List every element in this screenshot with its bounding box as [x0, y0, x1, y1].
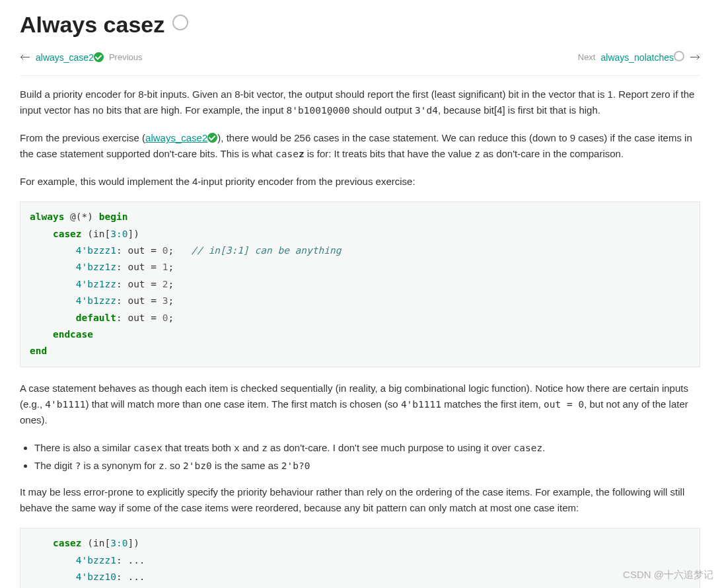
prev-link[interactable]: always_case2 — [36, 50, 104, 65]
nav-prev-group: 🡐 always_case2 Previous — [20, 49, 143, 66]
page-title: Always casez — [20, 7, 700, 42]
code-inline: casez — [275, 149, 305, 159]
code-inline: 2'b?0 — [281, 460, 310, 471]
check-icon — [94, 52, 104, 62]
code-inline: 8'b1001̱0000 — [287, 105, 350, 116]
code-block-1: always @(*) begin casez (in[3:0]) 4'bzzz… — [20, 202, 700, 367]
code-inline: casex — [133, 443, 162, 453]
paragraph-5: It may be less error-prone to explicitly… — [20, 484, 700, 516]
paragraph-4: A case statement behaves as though each … — [20, 381, 700, 428]
paragraph-3: For example, this would implement the 4-… — [20, 174, 700, 190]
code-inline: 2'bz0 — [183, 460, 212, 471]
paragraph-1: Build a priority encoder for 8-bit input… — [20, 87, 700, 118]
bullet-list: There is also a similar casex that treat… — [34, 440, 700, 474]
paragraph-2: From the previous exercise (always_case2… — [20, 130, 700, 162]
code-inline: z — [474, 149, 480, 159]
inline-link[interactable]: always_case2 — [145, 132, 217, 143]
next-label: Next — [578, 51, 596, 65]
arrow-left-icon[interactable]: 🡐 — [20, 49, 30, 66]
code-inline: x — [234, 443, 240, 453]
status-icon — [674, 51, 684, 61]
code-inline: z — [159, 460, 164, 471]
nav-next-group: Next always_nolatches 🡒 — [578, 49, 700, 66]
status-icon — [172, 15, 188, 30]
check-icon — [207, 133, 217, 143]
list-item: The digit ? is a synonym for z. so 2'bz0… — [34, 458, 700, 474]
prev-label: Previous — [109, 51, 143, 65]
code-inline: out = 0 — [544, 399, 584, 410]
list-item: There is also a similar casex that treat… — [34, 440, 700, 456]
code-inline: 4'b1111 — [45, 399, 85, 410]
code-inline: 3'd4 — [415, 105, 438, 116]
code-inline: 4'b1111 — [401, 399, 441, 410]
arrow-right-icon[interactable]: 🡒 — [690, 49, 700, 66]
title-text: Always casez — [20, 12, 164, 37]
code-inline: casez — [514, 443, 543, 453]
watermark: CSDN @十六追梦记 — [623, 567, 713, 583]
code-inline: z — [262, 443, 268, 453]
code-block-2: casez (in[3:0]) 4'bzzz1: ... 4'bzz10: ..… — [20, 528, 700, 588]
next-link[interactable]: always_nolatches — [600, 50, 684, 65]
nav-bar: 🡐 always_case2 Previous Next always_nola… — [20, 46, 700, 76]
